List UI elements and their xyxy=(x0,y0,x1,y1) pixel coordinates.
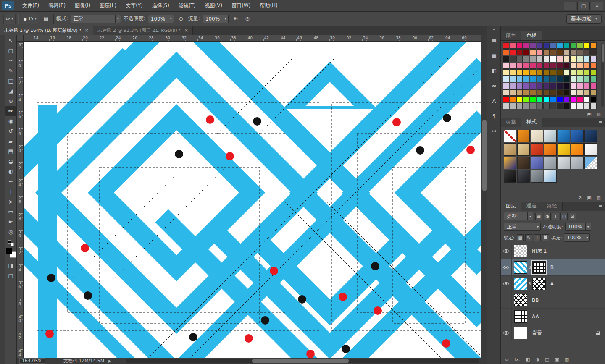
blend-mode-select[interactable]: 正常 ▾ xyxy=(71,15,121,23)
color-swatch[interactable] xyxy=(516,76,523,82)
panel-icon-paragraph[interactable]: ¶ xyxy=(487,108,501,123)
panel-menu-icon[interactable]: ≡ xyxy=(599,120,602,125)
color-swatch[interactable] xyxy=(557,42,563,49)
color-swatch[interactable] xyxy=(557,49,563,55)
color-swatch[interactable] xyxy=(537,42,543,49)
color-swatch[interactable] xyxy=(537,56,543,62)
layer-row[interactable]: 背景 xyxy=(501,325,605,341)
layer-visibility-toggle[interactable] xyxy=(501,276,512,292)
tab-swatches[interactable]: 色板 xyxy=(521,31,542,40)
history-brush-tool[interactable]: ↺ xyxy=(5,126,16,136)
color-swatch[interactable] xyxy=(570,89,576,96)
style-swatch[interactable] xyxy=(544,143,557,156)
menu-item[interactable]: 视图(V) xyxy=(200,0,227,11)
layer-row[interactable]: 图层 1 xyxy=(501,243,605,259)
vertical-ruler[interactable]: 81 01 21 41 61 82 02 22 42 62 83 03 23 4… xyxy=(17,42,24,358)
color-swatch[interactable] xyxy=(543,89,550,96)
color-swatch[interactable] xyxy=(590,76,597,82)
color-swatch[interactable] xyxy=(510,76,516,82)
color-swatch[interactable] xyxy=(550,63,556,69)
pen-tool[interactable]: ✒ xyxy=(5,176,16,186)
color-swatch[interactable] xyxy=(563,83,570,89)
path-selection-tool[interactable]: ➤ xyxy=(5,196,16,207)
brush-preset-picker[interactable]: ● 15 ▾ xyxy=(21,14,39,24)
color-swatch[interactable] xyxy=(577,89,583,96)
pressure-opacity-icon[interactable]: ⊙ xyxy=(176,14,186,24)
menu-item[interactable]: 窗口(W) xyxy=(227,0,255,11)
tab-styles[interactable]: 样式 xyxy=(521,118,542,127)
color-swatch[interactable] xyxy=(584,83,590,89)
panel-icon-character[interactable]: A xyxy=(487,93,501,108)
status-options-icon[interactable]: ▶ xyxy=(108,359,111,363)
color-swatch[interactable] xyxy=(510,89,516,96)
panel-icon-adjustments[interactable]: ◧ xyxy=(487,63,501,78)
color-swatch[interactable] xyxy=(557,96,563,102)
color-swatch[interactable] xyxy=(570,63,576,69)
color-swatch[interactable] xyxy=(550,83,556,89)
color-swatch[interactable] xyxy=(523,56,529,62)
color-swatch[interactable] xyxy=(530,49,536,55)
layer-visibility-toggle[interactable] xyxy=(501,292,512,308)
color-swatch[interactable] xyxy=(550,76,556,82)
color-swatch[interactable] xyxy=(530,63,536,69)
color-swatch[interactable] xyxy=(570,96,576,102)
marquee-tool[interactable]: ▢ xyxy=(5,45,16,55)
color-swatch[interactable] xyxy=(563,89,570,96)
link-layers-icon[interactable]: ∞ xyxy=(505,357,509,362)
style-swatch[interactable] xyxy=(531,170,543,183)
color-swatch[interactable] xyxy=(590,42,597,49)
color-swatch[interactable] xyxy=(537,69,543,76)
panel-icon-clone-source[interactable]: ✂ xyxy=(487,123,501,139)
tab-adjustments[interactable]: 调整 xyxy=(501,118,521,127)
style-swatch[interactable] xyxy=(531,130,543,142)
pressure-size-icon[interactable]: ⊙ xyxy=(243,14,252,24)
layer-visibility-toggle[interactable] xyxy=(501,243,512,259)
color-swatch[interactable] xyxy=(516,42,523,49)
color-swatch[interactable] xyxy=(516,49,523,55)
panel-icon-curves[interactable]: ≈ xyxy=(487,78,501,93)
color-swatch[interactable] xyxy=(516,83,523,89)
color-swatch[interactable] xyxy=(577,49,583,55)
color-swatch[interactable] xyxy=(530,89,536,96)
color-swatch[interactable] xyxy=(577,96,583,102)
color-swatch[interactable] xyxy=(557,103,563,109)
style-swatch[interactable] xyxy=(558,130,570,142)
delete-style-icon[interactable]: ▥ xyxy=(597,195,601,201)
clone-stamp-tool[interactable]: ◉ xyxy=(5,116,16,126)
style-swatch[interactable] xyxy=(584,143,597,156)
color-swatch[interactable] xyxy=(537,89,543,96)
color-swatch[interactable] xyxy=(523,69,529,76)
color-swatch[interactable] xyxy=(557,63,563,69)
color-swatch[interactable] xyxy=(543,42,550,49)
type-tool[interactable]: T xyxy=(5,186,16,196)
color-swatch[interactable] xyxy=(570,56,576,62)
color-swatch[interactable] xyxy=(537,103,543,109)
menu-item[interactable]: 选择(S) xyxy=(147,0,174,11)
color-swatch[interactable] xyxy=(577,83,583,89)
new-style-icon[interactable]: ▣ xyxy=(587,195,591,201)
vertical-scrollbar[interactable] xyxy=(481,35,487,358)
panel-icon-swatches-grid[interactable]: ▦ xyxy=(487,48,501,63)
canvas[interactable] xyxy=(24,42,481,358)
layer-opacity-select[interactable]: 100% ▾ xyxy=(565,223,591,231)
color-swatch[interactable] xyxy=(584,89,590,96)
document-tab[interactable]: 未标题-2 @ 93.3% (图层 21, RGB/8) *× xyxy=(93,26,193,35)
filter-smart-objects-icon[interactable]: ⊡ xyxy=(569,213,576,220)
eyedropper-tool[interactable]: ◢ xyxy=(5,86,16,96)
color-swatch[interactable] xyxy=(563,56,570,62)
color-swatch[interactable] xyxy=(516,96,523,102)
menu-item[interactable]: 图像(I) xyxy=(70,0,95,11)
color-swatch[interactable] xyxy=(584,69,590,76)
layer-visibility-toggle[interactable] xyxy=(501,325,512,341)
style-swatch[interactable] xyxy=(584,130,597,142)
opacity-select[interactable]: 100% ▾ xyxy=(148,15,174,23)
color-swatch[interactable] xyxy=(530,96,536,102)
color-swatch[interactable] xyxy=(523,83,529,89)
color-swatch[interactable] xyxy=(543,96,550,102)
color-swatch[interactable] xyxy=(503,96,509,102)
color-swatch[interactable] xyxy=(543,49,550,55)
color-swatch[interactable] xyxy=(523,76,529,82)
color-swatch[interactable] xyxy=(523,49,529,55)
color-swatch[interactable] xyxy=(510,63,516,69)
color-swatch[interactable] xyxy=(584,56,590,62)
